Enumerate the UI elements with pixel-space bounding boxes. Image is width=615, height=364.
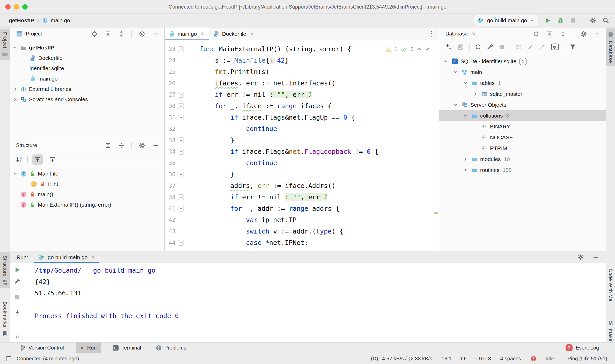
toolwindow-button-Problems[interactable]: Problems xyxy=(153,343,189,353)
search-icon[interactable] xyxy=(603,17,609,24)
debug-button[interactable] xyxy=(557,17,564,24)
collapse-all-icon[interactable] xyxy=(118,31,125,37)
database-tree-item[interactable]: SQLite - identifier.sqlite1 xyxy=(439,56,606,67)
code-line-42[interactable]: 42var ip net.IP xyxy=(165,214,439,226)
run-console[interactable]: /tmp/GoLand/___go_build_main_go{42}51.75… xyxy=(35,263,606,342)
tool-stripe-make[interactable]: M make xyxy=(606,317,615,345)
project-tree-item[interactable]: External Libraries xyxy=(10,84,164,94)
gear-icon[interactable] xyxy=(577,254,584,261)
expand-all-icon[interactable] xyxy=(105,142,111,149)
hide-panel-icon[interactable] xyxy=(152,142,159,149)
tool-stripe-project[interactable]: Project xyxy=(0,29,10,60)
project-tree-item[interactable]: getHostIP xyxy=(10,42,164,53)
fold-marker-icon[interactable] xyxy=(178,206,184,212)
close-icon[interactable]: ✕ xyxy=(250,31,254,37)
tool-stripe-code-with-me[interactable]: Code With Me xyxy=(606,266,615,304)
fold-marker-icon[interactable] xyxy=(178,103,184,109)
expand-all-icon[interactable] xyxy=(105,31,111,37)
code-line-24[interactable]: 24s := MainFile{i:42} xyxy=(165,55,439,66)
run-button[interactable] xyxy=(544,17,551,24)
close-icon[interactable]: ✕ xyxy=(201,31,204,37)
connection-status[interactable]: Connected (4 minutes ago) xyxy=(17,356,79,362)
fold-marker-icon[interactable] xyxy=(178,92,184,98)
database-tree-item[interactable]: Server Objects xyxy=(439,99,606,110)
code-line-27[interactable]: 27if err != nil : "", err ⤴ xyxy=(165,89,439,100)
locate-file-icon[interactable] xyxy=(91,31,98,37)
database-tree-item[interactable]: routines155 xyxy=(439,165,606,176)
toolwindow-button-Run[interactable]: Run xyxy=(76,343,101,353)
next-problem-icon[interactable] xyxy=(424,46,430,52)
code-line-34[interactable]: 34if iface.Flags&net.FlagLoopback != 0 { xyxy=(165,146,439,157)
gear-icon[interactable] xyxy=(138,142,146,149)
code-line-33[interactable]: 33} xyxy=(165,135,439,146)
fold-marker-icon[interactable] xyxy=(178,240,184,246)
tool-stripe-structure[interactable]: Structure xyxy=(0,252,10,288)
close-window-button[interactable] xyxy=(5,4,11,10)
ql-icon[interactable]: QL xyxy=(551,43,559,50)
refresh-icon[interactable] xyxy=(475,43,481,50)
caret-position[interactable]: 16:1 xyxy=(442,356,452,362)
structure-tree-item[interactable]: TMainFile xyxy=(10,169,164,179)
database-tree-item[interactable]: sqlite_master xyxy=(439,89,606,99)
database-tree-item[interactable]: BINARY xyxy=(439,121,606,132)
project-tree-item[interactable]: main.go xyxy=(10,74,164,84)
database-tree-item[interactable]: NOCASE xyxy=(439,132,606,143)
code-line-38[interactable]: 38if err != nil : "", err ⤴ xyxy=(165,192,439,203)
inspection-widget[interactable]: 13 xyxy=(385,43,430,55)
editor-options-menu-icon[interactable]: ⋮ xyxy=(428,27,439,40)
database-tree-item[interactable]: main xyxy=(439,67,606,78)
reader-mode-icon[interactable] xyxy=(6,356,12,362)
toolwindow-button-Terminal[interactable]: Terminal xyxy=(110,343,144,353)
breadcrumb-file[interactable]: main.go xyxy=(51,17,70,24)
fold-marker-icon[interactable] xyxy=(178,149,184,155)
code-line-43[interactable]: 43switch v := addr.(type) { xyxy=(165,226,439,237)
scroll-to-end-icon[interactable] xyxy=(14,310,20,316)
project-tree-item[interactable]: Scratches and Consoles xyxy=(10,94,164,105)
gear-icon[interactable] xyxy=(580,30,587,38)
more-actions-button[interactable]: » xyxy=(16,333,19,340)
editor-tab-main.go[interactable]: main.go✕ xyxy=(165,27,209,40)
database-tree-item[interactable]: RTRIM xyxy=(439,143,606,154)
code-line-44[interactable]: 44case *net.IPNet: xyxy=(165,237,439,249)
line-separator[interactable]: LF xyxy=(461,356,467,362)
stopGray-icon[interactable] xyxy=(499,44,505,50)
breadcrumb-project[interactable]: getHostIP xyxy=(9,17,34,24)
close-icon[interactable]: ✕ xyxy=(472,31,476,37)
code-line-31[interactable]: 31if iface.Flags&net.FlagUp == 0 { xyxy=(165,112,439,123)
structure-tree-item[interactable]: fmain() xyxy=(10,189,164,200)
tool-stripe-database[interactable]: Database xyxy=(606,28,615,66)
funnel-icon[interactable] xyxy=(569,43,576,50)
database-tree-item[interactable]: modules10 xyxy=(439,154,606,165)
code-line-35[interactable]: 35continue xyxy=(165,157,439,169)
collapse-all-icon[interactable] xyxy=(560,31,566,37)
fold-marker-icon[interactable] xyxy=(178,194,184,200)
tool-stripe-bookmarks[interactable]: Bookmarks xyxy=(0,299,10,339)
wrenchDb-icon[interactable] xyxy=(487,43,493,50)
expand-all-icon[interactable] xyxy=(546,31,553,37)
minimize-window-button[interactable] xyxy=(14,4,19,10)
structure-tree-item[interactable]: fMainExternalIP() (string, error) xyxy=(10,200,164,210)
code-line-41[interactable]: 41for _, addr := range addrs { xyxy=(165,203,439,214)
rerun-button[interactable] xyxy=(14,266,21,273)
fold-marker-icon[interactable] xyxy=(178,172,184,177)
locate-object-icon[interactable] xyxy=(533,31,539,37)
fold-marker-icon[interactable] xyxy=(178,46,184,52)
toolwindow-button-Version Control[interactable]: Version Control xyxy=(18,343,67,353)
sort-by-visibility-up-button[interactable] xyxy=(32,154,43,165)
fold-marker-icon[interactable] xyxy=(178,115,184,120)
code-line-25[interactable]: 25fmt.Println(s) xyxy=(165,66,439,78)
hide-panel-icon[interactable] xyxy=(592,254,599,260)
sort-by-visibility-down-button[interactable] xyxy=(47,154,58,165)
plusDrop-icon[interactable] xyxy=(445,43,452,50)
code-line-26[interactable]: 26ifaces, err := net.Interfaces() xyxy=(165,78,439,89)
gear-icon[interactable] xyxy=(138,30,146,38)
scrollbar-warning-mark[interactable] xyxy=(434,212,438,214)
zoom-window-button[interactable] xyxy=(22,4,28,10)
run-settings-wrench-icon[interactable] xyxy=(14,278,21,285)
sort-alphabetically-icon[interactable]: az xyxy=(16,156,23,163)
database-tree-item[interactable]: tables1 xyxy=(439,78,606,89)
editor-tab-Dockerfile[interactable]: DDockerfile✕ xyxy=(209,27,258,40)
code-line-32[interactable]: 32continue xyxy=(165,123,439,135)
run-configuration-select[interactable]: go build main.go xyxy=(474,15,538,26)
collapse-all-icon[interactable] xyxy=(118,142,125,149)
